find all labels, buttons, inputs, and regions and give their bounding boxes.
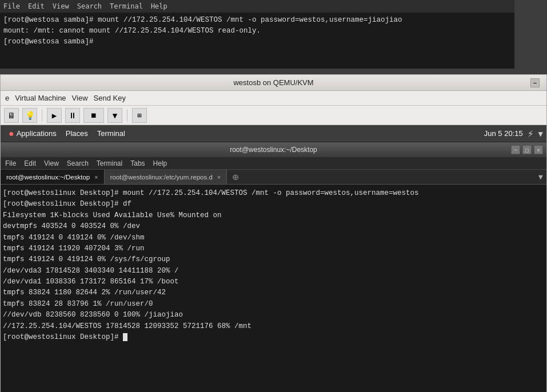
term-line-westos-mnt: //172.25.254.104/WESTOS 17814528 1209335… [3, 321, 544, 332]
applications-icon: ● [9, 129, 14, 139]
bg-menu-search[interactable]: Search [77, 2, 102, 10]
qemu-titlebar: westosb on QEMU/KVM − [1, 75, 546, 91]
background-terminal: File Edit View Search Terminal Help [roo… [0, 0, 514, 69]
toolbar-monitor-btn[interactable]: 🖥 [4, 108, 19, 123]
inner-terminal-tabbar: root@westoslinux:~/Desktop × root@westos… [1, 170, 546, 185]
qemu-menu-sendkey[interactable]: Send Key [94, 94, 126, 102]
inner-minimize-btn[interactable]: − [511, 145, 520, 154]
bg-line-2: mount: /mnt: cannot mount //172.25.254.1… [3, 26, 511, 37]
inner-menu-tabs[interactable]: Tabs [130, 159, 145, 167]
inner-maximize-btn[interactable]: □ [522, 145, 532, 154]
term-line-df-cmd: [root@westoslinux Desktop]# df [3, 199, 544, 210]
qemu-menu-e[interactable]: e [5, 94, 9, 102]
inner-menu-help[interactable]: Help [153, 159, 167, 167]
qemu-title: westosb on QEMU/KVM [233, 78, 313, 87]
inner-tab-2-close[interactable]: × [217, 174, 221, 181]
gnome-clock: Jun 5 20:15 [484, 129, 528, 138]
inner-close-btn[interactable]: × [534, 145, 543, 154]
toolbar-separator-2 [127, 109, 127, 122]
gnome-panel: ● Applications Places Terminal Jun 5 20:… [1, 125, 546, 142]
term-line-prompt: [root@westoslinux Desktop]# [3, 332, 544, 343]
gnome-places-menu[interactable]: Places [61, 125, 93, 142]
qemu-menu-view[interactable]: View [72, 94, 88, 102]
bg-line-3: [root@westosa samba]# [3, 37, 511, 47]
term-line-tmpfs-0: tmpfs 83824 28 83796 1% /run/user/0 [3, 299, 544, 310]
inner-terminal-content[interactable]: [root@westoslinux Desktop]# mount //172.… [1, 185, 546, 346]
toolbar-fullscreen-btn[interactable]: ⏹ [83, 108, 104, 123]
network-icon: ⚡ [528, 127, 534, 139]
term-line-tmpfs-cgroup: tmpfs 419124 0 419124 0% /sys/fs/cgroup [3, 254, 544, 265]
inner-menu-search[interactable]: Search [67, 159, 89, 167]
toolbar-dropdown-btn[interactable]: ▼ [107, 108, 122, 123]
bg-menu-file[interactable]: File [3, 2, 20, 10]
inner-menu-terminal[interactable]: Terminal [97, 159, 122, 167]
bg-terminal-content: [root@westosa samba]# mount //172.25.254… [0, 13, 514, 49]
inner-terminal-titlebar: root@westoslinux:~/Desktop − □ × [1, 142, 546, 157]
toolbar-bulb-btn[interactable]: 💡 [22, 108, 37, 123]
term-line-tmpfs-shm: tmpfs 419124 0 419124 0% /dev/shm [3, 233, 544, 243]
term-line-devtmpfs: devtmpfs 403524 0 403524 0% /dev [3, 221, 544, 232]
bg-terminal-menubar: File Edit View Search Terminal Help [0, 0, 514, 13]
inner-tab-2-label: root@westoslinux:/etc/yum.repos.d [110, 174, 213, 181]
inner-titlebar-buttons: − □ × [511, 145, 543, 154]
system-icon: ▼ [538, 129, 543, 138]
term-line-tmpfs-42: tmpfs 83824 1180 82644 2% /run/user/42 [3, 287, 544, 298]
qemu-toolbar: 🖥 💡 ▶ ⏸ ⏹ ▼ ⊞ [1, 106, 546, 125]
inner-tab-add-btn[interactable]: ⊕ [227, 170, 244, 184]
inner-tab-1[interactable]: root@westoslinux:~/Desktop × [1, 170, 105, 184]
bg-menu-help[interactable]: Help [151, 2, 167, 10]
qemu-window: westosb on QEMU/KVM − e Virtual Machine … [0, 74, 547, 392]
term-line-vdb: //dev/vdb 8238560 8238560 0 100% /jiaoji… [3, 310, 544, 321]
term-line-header: Filesystem 1K-blocks Used Available Use%… [3, 210, 544, 221]
term-line-tmpfs-run: tmpfs 419124 11920 407204 3% /run [3, 243, 544, 254]
inner-menu-edit[interactable]: Edit [24, 159, 36, 167]
add-tab-icon: ⊕ [233, 171, 239, 183]
bg-line-1: [root@westosa samba]# mount //172.25.254… [3, 15, 511, 26]
qemu-content-area: root@westoslinux:~/Desktop − □ × File Ed… [1, 142, 546, 392]
qemu-menubar: e Virtual Machine View Send Key [1, 91, 546, 106]
places-label: Places [66, 129, 88, 138]
inner-terminal-title: root@westoslinux:~/Desktop [230, 146, 317, 154]
inner-menu-file[interactable]: File [5, 159, 16, 167]
toolbar-pause-btn[interactable]: ⏸ [65, 108, 80, 123]
bg-menu-terminal[interactable]: Terminal [110, 2, 143, 10]
toolbar-screenshot-btn[interactable]: ⊞ [132, 108, 147, 123]
term-line-vda3: /dev/vda3 17814528 3403340 14411188 20% … [3, 266, 544, 277]
terminal-label: Terminal [97, 129, 125, 138]
bg-menu-edit[interactable]: Edit [28, 2, 45, 10]
inner-tab-1-label: root@westoslinux:~/Desktop [6, 174, 90, 181]
inner-tab-2[interactable]: root@westoslinux:/etc/yum.repos.d × [105, 170, 227, 184]
bg-menu-view[interactable]: View [53, 2, 69, 10]
tab-dropdown-icon: ▼ [538, 173, 543, 181]
inner-menu-view[interactable]: View [44, 159, 59, 167]
inner-tab-1-close[interactable]: × [94, 174, 98, 181]
qemu-minimize-button[interactable]: − [530, 78, 540, 87]
inner-terminal-menubar: File Edit View Search Terminal Tabs Help [1, 157, 546, 170]
gnome-panel-right: ⚡ ▼ [528, 127, 543, 139]
gnome-terminal-menu[interactable]: Terminal [93, 125, 130, 142]
qemu-menu-vm[interactable]: Virtual Machine [15, 94, 66, 102]
toolbar-separator-1 [42, 109, 42, 122]
terminal-cursor [123, 333, 127, 341]
gnome-applications-menu[interactable]: ● Applications [4, 125, 61, 142]
term-line-vda1: /dev/vda1 1038336 173172 865164 17% /boo… [3, 277, 544, 287]
inner-tab-dropdown-btn[interactable]: ▼ [535, 170, 546, 184]
toolbar-play-btn[interactable]: ▶ [47, 108, 62, 123]
term-line-cmd: [root@westoslinux Desktop]# mount //172.… [3, 188, 544, 199]
applications-label: Applications [17, 129, 57, 138]
